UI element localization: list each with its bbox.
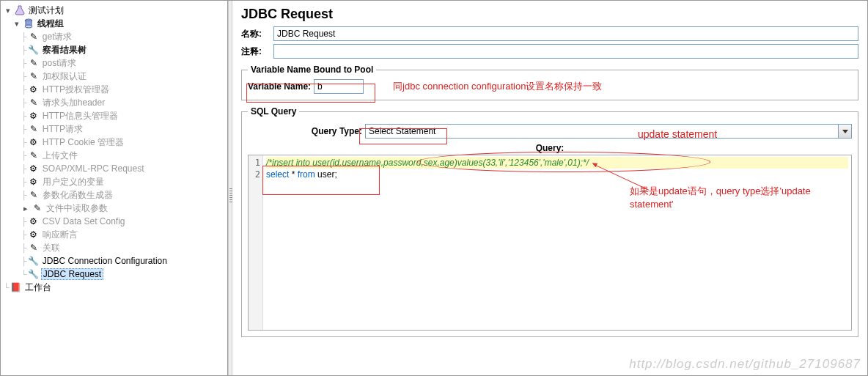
- query-type-select[interactable]: Select Statement: [365, 124, 852, 139]
- gutter: 12: [249, 155, 263, 330]
- comment-input[interactable]: [273, 44, 858, 59]
- wrench-icon: 🔧: [28, 255, 40, 267]
- name-label: 名称:: [241, 28, 273, 40]
- tree-sidebar: ▾测试计划 ▾线程组 ├✎get请求 ├🔧察看结果树 ├✎post请求 ├✎加权…: [1, 1, 228, 375]
- tree-item[interactable]: ├⚙响应断言: [4, 228, 227, 241]
- flask-icon: [14, 4, 26, 16]
- tree-item[interactable]: ├⚙CSV Data Set Config: [4, 215, 227, 228]
- code-area[interactable]: /*insert into user(id,username,password,…: [263, 155, 851, 330]
- tree-item[interactable]: ├✎上传文件: [4, 149, 227, 162]
- pencil-icon: ✎: [28, 70, 40, 82]
- comment-row: 注释:: [241, 44, 858, 59]
- tree-workbench[interactable]: └📕工作台: [4, 281, 227, 294]
- annotation-var: 同jdbc connection configuration设置名称保持一致: [393, 80, 602, 93]
- tree-item[interactable]: ├⚙SOAP/XML-RPC Request: [4, 162, 227, 175]
- svg-point-2: [25, 25, 32, 28]
- tree-item[interactable]: ├✎HTTP请求: [4, 122, 227, 136]
- gear-icon: ⚙: [28, 163, 40, 174]
- tree-thread-group[interactable]: ▾线程组: [4, 17, 227, 30]
- sql-fieldset: SQL Query Query Type: Select Statement u…: [241, 106, 858, 337]
- tree-item[interactable]: ├✎post请求: [4, 56, 227, 70]
- page-title: JDBC Request: [241, 7, 858, 22]
- comment-label: 注释:: [241, 45, 273, 58]
- query-type-value: Select Statement: [366, 126, 838, 136]
- toggle-icon[interactable]: ▸: [21, 204, 30, 213]
- pencil-icon: ✎: [28, 123, 40, 135]
- gear-icon: ⚙: [28, 84, 40, 95]
- var-fieldset: Variable Name Bound to Pool Variable Nam…: [241, 64, 858, 100]
- sql-legend: SQL Query: [248, 106, 299, 117]
- code-editor[interactable]: 12 /*insert into user(id,username,passwo…: [248, 155, 852, 331]
- tree-item[interactable]: ├🔧察看结果树: [4, 43, 227, 56]
- tree-item[interactable]: ├⚙HTTP授权管理器: [4, 83, 227, 96]
- tree-label: 线程组: [36, 18, 65, 30]
- name-input[interactable]: [273, 26, 858, 41]
- tree-item[interactable]: ▸✎文件中读取参数: [4, 202, 227, 215]
- annotation-explain: 如果是update语句，query type选择'update statemen…: [630, 185, 850, 211]
- chevron-down-icon: [838, 125, 851, 138]
- toggle-icon[interactable]: ▾: [12, 19, 21, 29]
- tree-item[interactable]: ├✎关联: [4, 241, 227, 254]
- code-kw: from: [298, 169, 315, 180]
- var-input[interactable]: [314, 79, 364, 94]
- gear-icon: ⚙: [28, 110, 40, 122]
- code-line: /*insert into user(id,username,password,…: [266, 158, 589, 168]
- pencil-icon: ✎: [32, 202, 43, 214]
- tree-item[interactable]: ├⚙用户定义的变量: [4, 175, 227, 188]
- pencil-icon: ✎: [28, 57, 40, 69]
- pencil-icon: ✎: [28, 97, 40, 108]
- tree-item[interactable]: ├⚙HTTP信息头管理器: [4, 109, 227, 122]
- pencil-icon: ✎: [28, 189, 40, 201]
- pencil-icon: ✎: [28, 31, 40, 43]
- book-icon: 📕: [10, 281, 22, 293]
- gear-icon: ⚙: [28, 136, 40, 148]
- pencil-icon: ✎: [28, 242, 40, 254]
- wrench-icon: 🔧: [28, 268, 40, 280]
- tree-label: 测试计划: [27, 4, 65, 17]
- query-label: Query:: [248, 143, 852, 153]
- tree-item[interactable]: ├✎参数化函数生成器: [4, 188, 227, 202]
- query-type-label: Query Type:: [248, 126, 365, 136]
- pencil-icon: ✎: [28, 150, 40, 161]
- toggle-icon[interactable]: ▾: [4, 6, 12, 15]
- annotation-update: update statement: [638, 128, 717, 140]
- gear-icon: ⚙: [28, 229, 40, 240]
- tree-item[interactable]: ├⚙HTTP Cookie 管理器: [4, 136, 227, 149]
- wrench-icon: 🔧: [28, 44, 40, 56]
- tree-root[interactable]: ▾测试计划: [4, 4, 227, 17]
- name-row: 名称:: [241, 26, 858, 41]
- code-kw: select: [266, 169, 289, 180]
- var-legend: Variable Name Bound to Pool: [248, 64, 376, 75]
- tree-item[interactable]: ├✎加权限认证: [4, 70, 227, 83]
- spool-icon: [23, 18, 34, 29]
- gear-icon: ⚙: [28, 215, 40, 227]
- tree-item[interactable]: ├✎get请求: [4, 30, 227, 43]
- var-label: Variable Name:: [248, 81, 311, 92]
- main-panel: JDBC Request 名称: 注释: Variable Name Bound…: [232, 1, 867, 375]
- tree-item-selected[interactable]: └🔧JDBC Request: [4, 268, 227, 281]
- gear-icon: ⚙: [28, 176, 40, 188]
- tree-item[interactable]: ├✎请求头加header: [4, 96, 227, 109]
- tree-item[interactable]: ├🔧JDBC Connection Configuration: [4, 254, 227, 268]
